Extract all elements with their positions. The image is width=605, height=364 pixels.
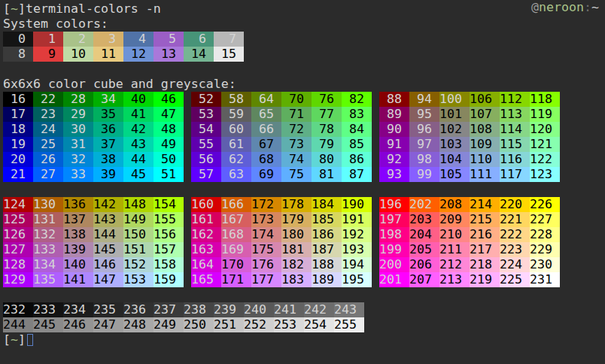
terminal-window[interactable]: [~]terminal-colors -n System colors: 012… [0,0,605,364]
color-cell-41: 41 [123,107,154,122]
color-cell-244: 244 [3,317,33,332]
color-cell-253: 253 [274,317,304,332]
color-cell-86: 86 [342,152,372,167]
color-cell-122: 122 [530,152,560,167]
color-cell-16: 16 [3,92,33,107]
color-cell-114: 114 [500,122,530,137]
color-cell-57: 57 [191,167,221,182]
color-row: 126132138144150156 [3,227,184,242]
color-cell-88: 88 [379,92,409,107]
color-cell-97: 97 [409,137,439,152]
color-cell-190: 190 [342,197,372,212]
color-cell-24: 24 [33,122,63,137]
cube-block-124: 1241301361421481541251311371431491551261… [3,197,184,287]
color-cell-62: 62 [221,152,251,167]
color-cell-67: 67 [251,137,281,152]
color-cell-19: 19 [3,137,33,152]
color-cell-232: 232 [3,302,33,317]
color-cell-23: 23 [33,107,63,122]
color-cell-29: 29 [63,107,93,122]
color-row: 202632384450 [3,152,184,167]
color-cell-209: 209 [439,212,470,227]
color-cell-89: 89 [379,107,409,122]
color-cell-245: 245 [33,317,63,332]
color-cell-10: 10 [63,47,93,62]
color-row: 566268748086 [191,152,372,167]
prompt-bracket-open: [ [3,332,11,347]
color-cell-211: 211 [439,242,470,257]
color-cell-112: 112 [500,92,530,107]
color-cell-231: 231 [530,272,560,287]
color-cell-198: 198 [379,227,409,242]
color-cell-22: 22 [33,92,63,107]
color-cell-237: 237 [154,302,184,317]
color-row: 525864707682 [191,92,372,107]
color-cell-161: 161 [191,212,221,227]
rprompt-colon: : [584,0,591,14]
color-row: 8995101107113119 [379,107,560,122]
color-cell-251: 251 [214,317,244,332]
color-cell-151: 151 [123,242,154,257]
color-cell-81: 81 [312,167,342,182]
color-cell-55: 55 [191,137,221,152]
color-cell-123: 123 [530,167,560,182]
color-cell-223: 223 [500,242,530,257]
color-cell-222: 222 [500,227,530,242]
color-cell-42: 42 [123,122,154,137]
prompt-tilde: ~ [11,332,18,347]
color-cell-166: 166 [221,197,251,212]
command-line: [~]terminal-colors -n [3,2,605,17]
color-cell-226: 226 [530,197,560,212]
color-cell-28: 28 [63,92,93,107]
color-cell-48: 48 [154,122,184,137]
color-cell-205: 205 [409,242,439,257]
color-cell-104: 104 [439,152,470,167]
color-cell-45: 45 [123,167,154,182]
color-cell-203: 203 [409,212,439,227]
color-cell-220: 220 [500,197,530,212]
color-cell-79: 79 [312,137,342,152]
system-colors-label: System colors: [3,17,605,32]
color-cell-15: 15 [214,47,244,62]
color-cell-200: 200 [379,257,409,272]
color-row: 535965717783 [191,107,372,122]
color-cell-218: 218 [470,257,500,272]
rprompt-at: @ [531,0,539,14]
color-row: 161167173179185191 [191,212,372,227]
color-cell-182: 182 [281,257,312,272]
color-cell-157: 157 [154,242,184,257]
color-cell-250: 250 [184,317,214,332]
color-row: 127133139145151157 [3,242,184,257]
color-cell-217: 217 [470,242,500,257]
color-cell-3: 3 [93,32,123,47]
color-cell-206: 206 [409,257,439,272]
color-cell-40: 40 [123,92,154,107]
color-cell-176: 176 [251,257,281,272]
cube-block-16: 1622283440461723293541471824303642481925… [3,92,184,182]
color-cell-66: 66 [251,122,281,137]
color-cell-201: 201 [379,272,409,287]
prompt-bracket-open: [ [3,2,11,16]
color-cell-199: 199 [379,242,409,257]
color-cell-60: 60 [221,122,251,137]
color-cell-17: 17 [3,107,33,122]
blank-line [3,347,605,362]
prompt-line: [~]@neroon:~ [3,332,605,347]
color-cell-169: 169 [221,242,251,257]
color-cell-145: 145 [93,242,123,257]
color-cell-254: 254 [304,317,334,332]
color-row: 164170176182188194 [191,257,372,272]
color-cell-229: 229 [530,242,560,257]
greyscale-grid: 2322332342352362372382392402412422432442… [3,302,605,332]
color-cell-6: 6 [184,32,214,47]
color-row: 01234567 [3,32,605,47]
color-cell-72: 72 [281,122,312,137]
color-cell-131: 131 [33,212,63,227]
color-cell-91: 91 [379,137,409,152]
color-cell-106: 106 [470,92,500,107]
color-row: 201207213219225231 [379,272,560,287]
color-row: 162228344046 [3,92,184,107]
color-cell-127: 127 [3,242,33,257]
color-cell-164: 164 [191,257,221,272]
terminal-cursor[interactable] [27,334,33,346]
